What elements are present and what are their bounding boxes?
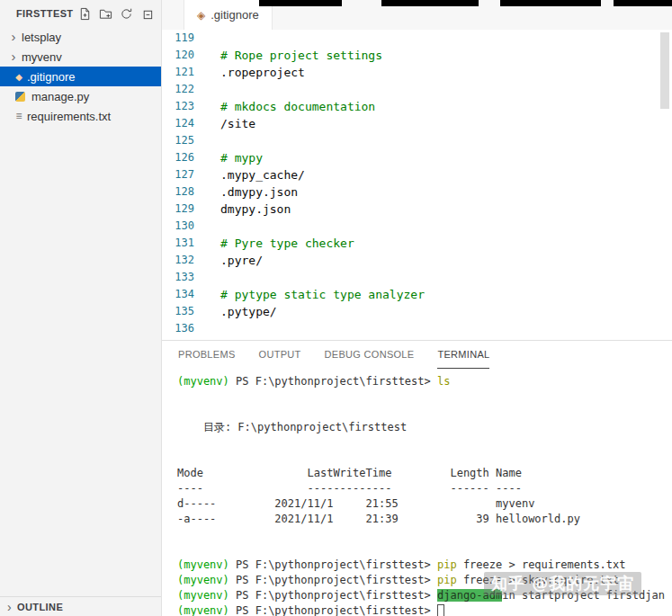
terminal-text: ls bbox=[437, 375, 450, 388]
terminal-text: -a---- 2021/11/1 21:39 39 helloworld.py bbox=[177, 513, 580, 525]
terminal-cursor bbox=[437, 604, 444, 616]
line-number: 121 bbox=[162, 64, 194, 81]
code-line: 122 bbox=[162, 81, 672, 98]
line-text: # mkdocs documentation bbox=[194, 98, 375, 115]
tree-item-manage-py[interactable]: manage.py bbox=[0, 86, 161, 106]
titlebar-dark-segment bbox=[259, 0, 342, 6]
terminal-line bbox=[177, 435, 672, 451]
terminal-text: Mode LastWriteTime Length Name bbox=[177, 467, 522, 479]
line-number: 125 bbox=[162, 132, 194, 149]
tree-item-label: .gitignore bbox=[27, 70, 75, 84]
code-line: 133 bbox=[162, 269, 672, 286]
tree-item-requirements-txt[interactable]: ≡requirements.txt bbox=[0, 106, 161, 126]
explorer-section-header[interactable]: FIRSTTEST bbox=[0, 0, 161, 27]
terminal-line: (myvenv) PS F:\pythonproject\firsttest> bbox=[177, 603, 672, 616]
code-line: 128.dmypy.json bbox=[162, 183, 672, 201]
new-file-icon[interactable] bbox=[77, 6, 92, 21]
editor-scrollbar[interactable] bbox=[660, 32, 669, 109]
terminal-line: ---- ------------- ------ ---- bbox=[177, 481, 672, 496]
terminal-line bbox=[177, 451, 672, 466]
line-text bbox=[194, 132, 220, 149]
line-text: # Rope project settings bbox=[194, 47, 382, 64]
line-text bbox=[194, 81, 220, 98]
line-text: .dmypy.json bbox=[194, 183, 298, 201]
tree-item-label: letsplay bbox=[22, 31, 61, 44]
chevron-right-icon: › bbox=[7, 50, 20, 63]
code-line: 124/site bbox=[162, 115, 672, 132]
panel-tab-problems[interactable]: PROBLEMS bbox=[178, 341, 236, 369]
tree-item-myvenv[interactable]: ›myvenv bbox=[0, 47, 161, 67]
chevron-right-icon: › bbox=[7, 31, 20, 43]
code-line: 131# Pyre type checker bbox=[162, 235, 672, 252]
line-number: 120 bbox=[162, 47, 194, 64]
code-line: 134# pytype static type analyzer bbox=[162, 286, 672, 303]
titlebar-dark-segment bbox=[614, 0, 672, 6]
line-text bbox=[194, 30, 220, 47]
code-line: 132.pyre/ bbox=[162, 252, 672, 269]
terminal-line bbox=[177, 527, 672, 542]
terminal-text: PS F:\pythonproject\firsttest> bbox=[229, 589, 437, 602]
terminal-line bbox=[177, 405, 672, 420]
refresh-icon[interactable] bbox=[119, 6, 133, 21]
line-text: .ropeproject bbox=[194, 64, 305, 81]
code-editor[interactable]: 119120# Rope project settings121.ropepro… bbox=[162, 30, 672, 340]
terminal-text: (myvenv) bbox=[177, 375, 229, 388]
terminal-text: pip bbox=[437, 574, 457, 586]
project-title: FIRSTTEST bbox=[16, 8, 77, 19]
line-text: .pytype/ bbox=[194, 303, 277, 320]
line-text: dmypy.json bbox=[194, 201, 291, 218]
chevron-right-icon: › bbox=[7, 600, 12, 614]
panel-tab-debug-console[interactable]: DEBUG CONSOLE bbox=[325, 341, 415, 369]
terminal-text: d----- 2021/11/1 21:55 myvenv bbox=[177, 497, 534, 510]
collapse-all-icon[interactable] bbox=[139, 6, 154, 21]
tree-item-letsplay[interactable]: ›letsplay bbox=[0, 27, 161, 47]
terminal-text: PS F:\pythonproject\firsttest> bbox=[229, 604, 437, 616]
code-line: 137# Cython debug symbols bbox=[162, 337, 672, 340]
line-number: 133 bbox=[162, 269, 194, 286]
terminal-line: Mode LastWriteTime Length Name bbox=[177, 466, 672, 481]
editor-lines: 119120# Rope project settings121.ropepro… bbox=[162, 30, 672, 340]
line-number: 130 bbox=[162, 218, 194, 235]
watermark: 知乎 @我的元宇宙 bbox=[484, 572, 641, 595]
tree-item-gitignore[interactable]: ◆.gitignore bbox=[0, 67, 161, 86]
code-line: 135.pytype/ bbox=[162, 303, 672, 320]
terminal-text: PS F:\pythonproject\firsttest> bbox=[229, 558, 437, 571]
terminal-text: ---- ------------- ------ ---- bbox=[177, 482, 522, 495]
line-number: 129 bbox=[162, 201, 194, 218]
line-text: .mypy_cache/ bbox=[194, 166, 305, 183]
line-text: # Pyre type checker bbox=[194, 235, 354, 252]
explorer-toolbar bbox=[77, 6, 154, 21]
code-line: 126# mypy bbox=[162, 149, 672, 166]
vscode-window: FIRSTTEST ›letsplay›myvenv◆.gitignoreman… bbox=[0, 0, 672, 616]
line-number: 136 bbox=[162, 320, 194, 337]
code-line: 121.ropeproject bbox=[162, 64, 672, 81]
outline-section-header[interactable]: › OUTLINE bbox=[0, 596, 161, 616]
line-number: 135 bbox=[162, 303, 194, 320]
panel-tab-output[interactable]: OUTPUT bbox=[259, 341, 301, 369]
terminal-text: pip bbox=[437, 558, 457, 571]
line-number: 134 bbox=[162, 286, 194, 303]
code-line: 130 bbox=[162, 218, 672, 235]
new-folder-icon[interactable] bbox=[98, 6, 112, 21]
line-text: .pyre/ bbox=[194, 252, 263, 269]
terminal-line: (myvenv) PS F:\pythonproject\firsttest> … bbox=[177, 374, 672, 389]
line-number: 127 bbox=[162, 166, 194, 183]
outline-label: OUTLINE bbox=[17, 602, 63, 612]
code-line: 127.mypy_cache/ bbox=[162, 166, 672, 183]
tree-item-label: myvenv bbox=[22, 50, 62, 64]
terminal-text: PS F:\pythonproject\firsttest> bbox=[229, 375, 437, 388]
line-number: 124 bbox=[162, 115, 194, 132]
line-number: 119 bbox=[162, 30, 194, 47]
line-text bbox=[194, 320, 220, 337]
panel-tab-terminal[interactable]: TERMINAL bbox=[437, 341, 489, 369]
line-number: 132 bbox=[162, 252, 194, 269]
list-icon: ≡ bbox=[13, 110, 25, 122]
code-line: 125 bbox=[162, 132, 672, 149]
gitignore-file-icon: ◈ bbox=[197, 9, 205, 22]
terminal-line: -a---- 2021/11/1 21:39 39 helloworld.py bbox=[177, 512, 672, 527]
terminal-text: 目录: F:\pythonproject\firsttest bbox=[177, 421, 407, 433]
diamond-icon: ◆ bbox=[13, 72, 25, 82]
code-line: 136 bbox=[162, 320, 672, 337]
panel-tabs: PROBLEMSOUTPUTDEBUG CONSOLETERMINAL bbox=[162, 341, 672, 369]
line-text bbox=[194, 269, 220, 286]
